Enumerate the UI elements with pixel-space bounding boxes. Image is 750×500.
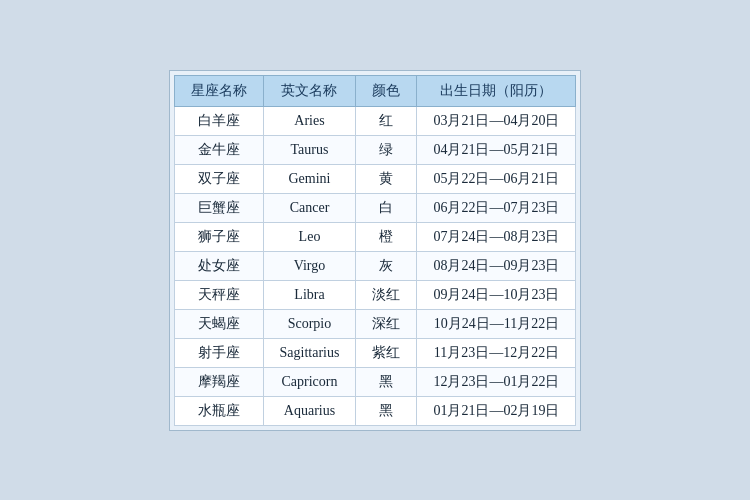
cell-english: Virgo (263, 251, 356, 280)
table-row: 白羊座Aries红03月21日—04月20日 (174, 106, 576, 135)
cell-dates: 11月23日—12月22日 (417, 338, 576, 367)
cell-chinese: 天秤座 (174, 280, 263, 309)
table-row: 天蝎座Scorpio深红10月24日—11月22日 (174, 309, 576, 338)
table-row: 狮子座Leo橙07月24日—08月23日 (174, 222, 576, 251)
cell-chinese: 狮子座 (174, 222, 263, 251)
cell-color: 深红 (356, 309, 417, 338)
col-header-chinese: 星座名称 (174, 75, 263, 106)
cell-english: Aquarius (263, 396, 356, 425)
cell-chinese: 水瓶座 (174, 396, 263, 425)
cell-chinese: 天蝎座 (174, 309, 263, 338)
cell-color: 橙 (356, 222, 417, 251)
cell-dates: 07月24日—08月23日 (417, 222, 576, 251)
table-row: 射手座Sagittarius紫红11月23日—12月22日 (174, 338, 576, 367)
cell-english: Capricorn (263, 367, 356, 396)
table-row: 金牛座Taurus绿04月21日—05月21日 (174, 135, 576, 164)
col-header-color: 颜色 (356, 75, 417, 106)
cell-dates: 08月24日—09月23日 (417, 251, 576, 280)
cell-dates: 09月24日—10月23日 (417, 280, 576, 309)
cell-color: 淡红 (356, 280, 417, 309)
table-row: 摩羯座Capricorn黑12月23日—01月22日 (174, 367, 576, 396)
cell-dates: 03月21日—04月20日 (417, 106, 576, 135)
cell-english: Sagittarius (263, 338, 356, 367)
cell-chinese: 射手座 (174, 338, 263, 367)
cell-color: 黄 (356, 164, 417, 193)
cell-color: 绿 (356, 135, 417, 164)
cell-chinese: 巨蟹座 (174, 193, 263, 222)
table-header-row: 星座名称 英文名称 颜色 出生日期（阳历） (174, 75, 576, 106)
cell-english: Scorpio (263, 309, 356, 338)
cell-english: Gemini (263, 164, 356, 193)
cell-dates: 10月24日—11月22日 (417, 309, 576, 338)
cell-english: Aries (263, 106, 356, 135)
cell-dates: 06月22日—07月23日 (417, 193, 576, 222)
cell-chinese: 双子座 (174, 164, 263, 193)
cell-english: Taurus (263, 135, 356, 164)
cell-dates: 05月22日—06月21日 (417, 164, 576, 193)
table-row: 水瓶座Aquarius黑01月21日—02月19日 (174, 396, 576, 425)
zodiac-table: 星座名称 英文名称 颜色 出生日期（阳历） 白羊座Aries红03月21日—04… (174, 75, 577, 426)
table-row: 双子座Gemini黄05月22日—06月21日 (174, 164, 576, 193)
cell-color: 红 (356, 106, 417, 135)
table-row: 天秤座Libra淡红09月24日—10月23日 (174, 280, 576, 309)
table-row: 处女座Virgo灰08月24日—09月23日 (174, 251, 576, 280)
cell-dates: 12月23日—01月22日 (417, 367, 576, 396)
cell-chinese: 金牛座 (174, 135, 263, 164)
col-header-dates: 出生日期（阳历） (417, 75, 576, 106)
cell-english: Libra (263, 280, 356, 309)
col-header-english: 英文名称 (263, 75, 356, 106)
cell-chinese: 处女座 (174, 251, 263, 280)
cell-color: 灰 (356, 251, 417, 280)
cell-color: 黑 (356, 396, 417, 425)
cell-color: 黑 (356, 367, 417, 396)
cell-english: Cancer (263, 193, 356, 222)
cell-dates: 01月21日—02月19日 (417, 396, 576, 425)
cell-color: 白 (356, 193, 417, 222)
cell-color: 紫红 (356, 338, 417, 367)
cell-chinese: 白羊座 (174, 106, 263, 135)
cell-dates: 04月21日—05月21日 (417, 135, 576, 164)
cell-english: Leo (263, 222, 356, 251)
zodiac-table-container: 星座名称 英文名称 颜色 出生日期（阳历） 白羊座Aries红03月21日—04… (169, 70, 582, 431)
cell-chinese: 摩羯座 (174, 367, 263, 396)
table-row: 巨蟹座Cancer白06月22日—07月23日 (174, 193, 576, 222)
